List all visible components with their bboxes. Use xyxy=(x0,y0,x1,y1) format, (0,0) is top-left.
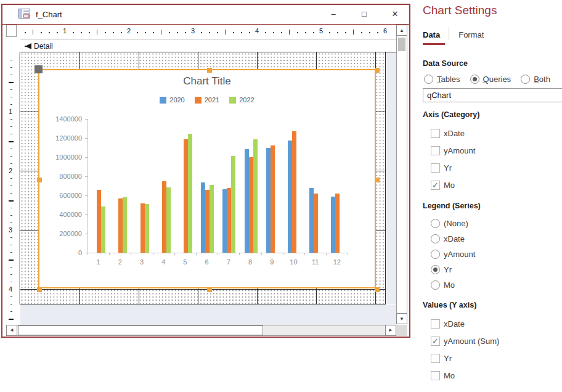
ruler-tick xyxy=(329,32,330,33)
scroll-down-button[interactable]: ▼ xyxy=(396,313,407,324)
maximize-button[interactable]: □ xyxy=(354,7,375,21)
radio-xdate[interactable]: xDate xyxy=(431,231,562,247)
checkbox[interactable] xyxy=(431,129,440,138)
checkbox[interactable] xyxy=(431,337,440,346)
radio-button[interactable] xyxy=(431,280,440,290)
ruler-tick xyxy=(41,32,42,33)
radio-button[interactable] xyxy=(431,219,440,228)
ruler-tick xyxy=(265,32,266,33)
checkbox[interactable] xyxy=(431,354,440,363)
selection-border xyxy=(38,69,376,288)
ruler-tick xyxy=(10,186,12,186)
minimize-button[interactable]: – xyxy=(323,7,344,21)
radio-yamount[interactable]: yAmount xyxy=(431,247,562,262)
checkbox[interactable] xyxy=(431,163,440,173)
panel-tabs: Data Format xyxy=(423,26,562,39)
radio-tables[interactable]: Tables xyxy=(424,75,460,84)
radio-button[interactable] xyxy=(470,75,479,84)
grid-left-edge xyxy=(19,52,20,304)
ruler-tick xyxy=(10,149,12,149)
scrollbar-thumb[interactable] xyxy=(398,38,405,51)
selection-handle[interactable] xyxy=(37,287,42,292)
radio-button[interactable] xyxy=(521,75,530,84)
selection-handle[interactable] xyxy=(375,287,380,292)
ruler-tick xyxy=(185,32,186,33)
checkbox[interactable] xyxy=(431,371,440,380)
checkbox-xdate[interactable]: xDate xyxy=(431,125,562,142)
radio-label: Queries xyxy=(483,75,511,84)
checkbox[interactable] xyxy=(431,181,440,190)
checkbox-yamount[interactable]: yAmount xyxy=(431,142,562,159)
move-handle[interactable] xyxy=(35,65,43,73)
horizontal-ruler[interactable]: 123456 xyxy=(20,25,394,37)
checkbox-yamount-sum-[interactable]: yAmount (Sum) xyxy=(431,332,562,349)
close-button[interactable]: ✕ xyxy=(385,7,405,21)
tab-data[interactable]: Data xyxy=(423,30,449,39)
ruler-tick xyxy=(145,32,146,33)
window-titlebar[interactable]: f_Chart – □ ✕ xyxy=(2,5,409,23)
option-label: yAmount xyxy=(444,250,475,259)
scrollbar-thumb[interactable] xyxy=(18,325,263,335)
option-label: xDate xyxy=(444,319,465,329)
ruler-tick xyxy=(337,32,338,33)
selection-handle[interactable] xyxy=(375,68,380,73)
radio-button[interactable] xyxy=(431,250,440,259)
selection-handle[interactable] xyxy=(37,178,42,182)
ruler-tick xyxy=(369,32,370,33)
query-input[interactable] xyxy=(423,88,562,102)
ruler-number: 1 xyxy=(9,108,12,115)
radio-yr[interactable]: Yr xyxy=(431,262,562,277)
ruler-tick xyxy=(169,32,170,33)
checkbox-xdate[interactable]: xDate xyxy=(431,315,562,332)
ruler-tick xyxy=(9,259,14,261)
checkbox-mo[interactable]: Mo xyxy=(431,367,562,384)
ruler-tick xyxy=(9,200,14,202)
ruler-tick xyxy=(361,32,362,33)
vertical-ruler[interactable]: 1234 xyxy=(6,39,17,324)
ruler-tick xyxy=(281,32,282,33)
checkbox[interactable] xyxy=(431,146,440,155)
vertical-scrollbar[interactable]: ▲ ▼ xyxy=(396,25,407,324)
data-source-heading: Data Source xyxy=(423,59,562,68)
selection-handle[interactable] xyxy=(375,178,380,182)
section-heading: Legend (Series) xyxy=(423,202,562,210)
checkbox[interactable] xyxy=(431,319,440,329)
ruler-tick xyxy=(105,32,106,33)
active-tab-underline xyxy=(423,43,445,45)
radio--none-[interactable]: (None) xyxy=(431,216,562,231)
scroll-up-button[interactable]: ▲ xyxy=(396,25,407,36)
ruler-tick xyxy=(313,32,314,33)
ruler-tick xyxy=(353,30,354,35)
checkbox-yr[interactable]: Yr xyxy=(431,349,562,367)
checkbox-yr[interactable]: Yr xyxy=(431,159,562,176)
selection-handle[interactable] xyxy=(207,68,212,73)
ruler-tick xyxy=(345,32,346,33)
ruler-tick xyxy=(177,32,178,33)
ruler-tick xyxy=(10,311,12,312)
radio-queries[interactable]: Queries xyxy=(470,75,511,84)
radio-button[interactable] xyxy=(431,265,440,274)
scroll-left-button[interactable]: ◄ xyxy=(6,325,17,336)
ruler-origin-box[interactable] xyxy=(6,25,17,37)
ruler-tick xyxy=(209,32,210,33)
ruler-tick xyxy=(9,82,14,83)
radio-mo[interactable]: Mo xyxy=(431,277,562,293)
ruler-tick xyxy=(10,178,12,179)
ruler-tick xyxy=(9,141,14,142)
option-label: Mo xyxy=(444,181,455,190)
horizontal-scrollbar[interactable]: ◄ ► xyxy=(6,325,396,336)
form-background xyxy=(20,305,396,325)
section-items: (None)xDateyAmountYrMo xyxy=(431,216,562,293)
radio-button[interactable] xyxy=(431,234,440,243)
selection-handle[interactable] xyxy=(207,287,212,292)
option-label: yAmount xyxy=(444,146,475,155)
ruler-tick xyxy=(10,304,12,304)
scroll-right-button[interactable]: ► xyxy=(385,325,396,336)
checkbox-mo[interactable]: Mo xyxy=(431,176,562,194)
ruler-tick xyxy=(249,32,250,33)
tab-format[interactable]: Format xyxy=(449,30,484,39)
radio-both[interactable]: Both xyxy=(521,75,550,84)
ruler-number: 5 xyxy=(319,27,323,35)
detail-section-header[interactable]: Detail xyxy=(20,39,398,52)
radio-button[interactable] xyxy=(424,75,433,84)
